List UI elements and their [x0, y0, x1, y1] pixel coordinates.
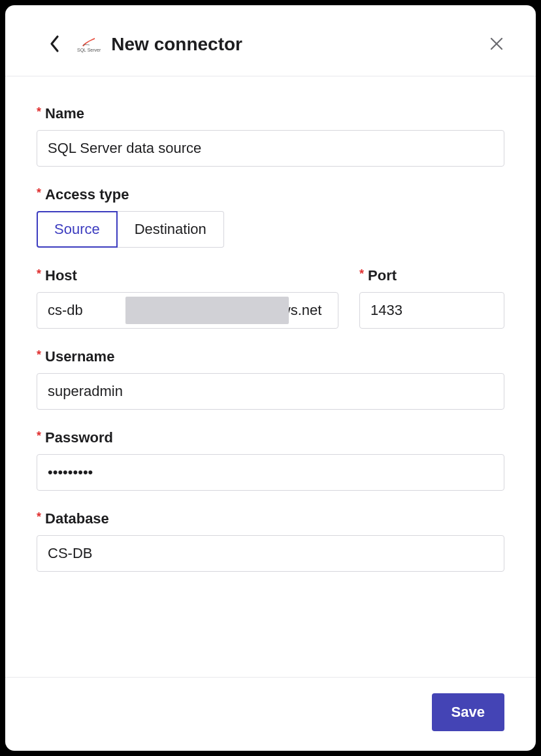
- port-label: Port: [368, 267, 397, 284]
- name-label: Name: [45, 105, 84, 122]
- access-type-destination[interactable]: Destination: [118, 211, 224, 248]
- close-button[interactable]: [484, 31, 510, 58]
- username-label: Username: [45, 348, 114, 365]
- access-type-label: Access type: [45, 186, 129, 203]
- dialog-footer: Save: [5, 677, 536, 751]
- sql-server-logo-text: SQL Server: [77, 48, 101, 52]
- password-input[interactable]: [37, 454, 504, 491]
- database-label: Database: [45, 510, 109, 527]
- chevron-left-icon: [49, 35, 61, 55]
- database-group: *Database: [37, 510, 504, 572]
- sql-server-logo: SQL Server: [77, 37, 101, 52]
- required-mark: *: [37, 186, 41, 199]
- connector-form: *Name *Access type Source Destination *H…: [5, 76, 536, 677]
- new-connector-dialog: SQL Server New connector *Name *Access t…: [5, 5, 536, 751]
- close-icon: [489, 36, 504, 54]
- required-mark: *: [37, 105, 41, 118]
- host-input[interactable]: [37, 292, 338, 329]
- sql-server-icon: [82, 37, 96, 47]
- password-label: Password: [45, 429, 113, 446]
- dialog-title: New connector: [111, 34, 242, 55]
- dialog-header: SQL Server New connector: [5, 5, 536, 76]
- required-mark: *: [359, 267, 364, 280]
- password-group: *Password: [37, 429, 504, 491]
- host-port-row: *Host *Port: [37, 267, 504, 329]
- port-group: *Port: [359, 267, 504, 329]
- port-input[interactable]: [359, 292, 504, 329]
- save-button[interactable]: Save: [432, 693, 504, 731]
- database-input[interactable]: [37, 535, 504, 572]
- host-group: *Host: [37, 267, 338, 329]
- access-type-source[interactable]: Source: [37, 211, 118, 248]
- username-group: *Username: [37, 348, 504, 410]
- required-mark: *: [37, 348, 41, 361]
- host-label: Host: [45, 267, 77, 284]
- access-type-segmented: Source Destination: [37, 211, 224, 248]
- required-mark: *: [37, 267, 41, 280]
- name-input[interactable]: [37, 130, 504, 167]
- username-input[interactable]: [37, 373, 504, 410]
- required-mark: *: [37, 510, 41, 523]
- access-type-group: *Access type Source Destination: [37, 186, 504, 248]
- required-mark: *: [37, 429, 41, 442]
- back-button[interactable]: [42, 31, 68, 58]
- name-group: *Name: [37, 105, 504, 167]
